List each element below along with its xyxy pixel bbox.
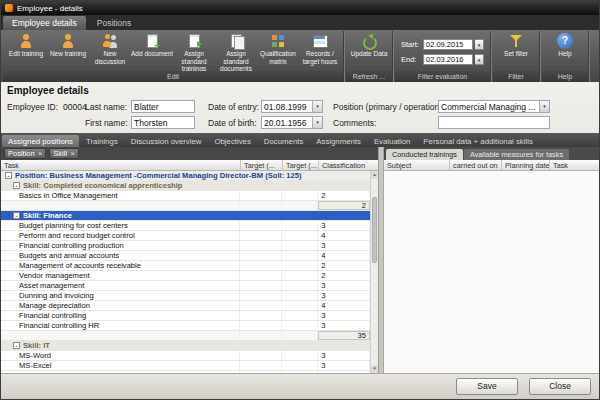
sum-value: 35 (318, 331, 370, 340)
close-button[interactable]: Close (529, 378, 591, 395)
vertical-scrollbar[interactable]: ▲ ▼ (370, 171, 378, 373)
tab-objectives[interactable]: Objectives (208, 135, 256, 147)
ribbon-tab-employee-details[interactable]: Employee details (3, 16, 86, 30)
employee-id-value: 00004 (63, 102, 87, 112)
collapse-icon[interactable]: - (13, 212, 20, 219)
task-row[interactable]: Perform and record budget control4 (1, 231, 370, 241)
chevron-down-icon[interactable]: ▾ (475, 39, 484, 50)
ribbon-button-new-discussion[interactable]: New discussion (89, 32, 131, 71)
target1-cell (240, 231, 282, 240)
tab-available-measures-for-tasks[interactable]: Available measures for tasks (464, 149, 569, 160)
group-row-skill-completed-economical-apprenticeshi[interactable]: -Skill: Completed economical apprentices… (1, 181, 370, 191)
sum-spacer (282, 331, 318, 340)
people-icon (102, 33, 118, 49)
scrollbar-thumb[interactable] (372, 197, 377, 263)
scroll-down-icon[interactable]: ▼ (371, 365, 378, 373)
sum-spacer (1, 201, 240, 210)
ribbon: Edit trainingNew trainingNew discussionA… (1, 30, 599, 82)
column-header-classification-3[interactable]: Classification (319, 160, 371, 170)
ribbon-button-edit-training[interactable]: Edit training (5, 32, 47, 71)
task-row[interactable]: Asset management3 (1, 281, 370, 291)
tab-trainings[interactable]: Trainings (80, 135, 124, 147)
ribbon-button-new-training[interactable]: New training (47, 32, 89, 71)
tab-documents[interactable]: Documents (258, 135, 309, 147)
ribbon-button-help[interactable]: Help (544, 32, 586, 71)
collapse-icon[interactable]: - (13, 342, 20, 349)
ribbon-button-assign-standard-trainings[interactable]: Assign standard trainings (173, 32, 215, 71)
trainings-tab-strip: Conducted trainingsAvailable measures fo… (384, 147, 599, 160)
task-row[interactable]: Basics in Office Management2 (1, 191, 370, 201)
task-row[interactable]: Dunning and invoicing3 (1, 291, 370, 301)
group-chip-position[interactable]: Position× (4, 148, 46, 159)
date-of-birth-field[interactable]: 20.01.1956 ▾ (261, 116, 323, 129)
column-header-target-2[interactable]: Target (... (283, 160, 319, 170)
task-row[interactable]: MS-Word3 (1, 351, 370, 361)
column-header-target-1[interactable]: Target (... (241, 160, 283, 170)
task-row[interactable]: Management of accounts receivable2 (1, 261, 370, 271)
target2-cell (282, 191, 318, 200)
comments-field[interactable] (438, 116, 550, 129)
last-name-field[interactable]: Blatter (131, 100, 195, 113)
task-row[interactable]: MS-Excel3 (1, 361, 370, 371)
scrollbar-track[interactable] (371, 179, 378, 365)
tab-personal-data-additional-skills[interactable]: Personal data + additional skills (417, 135, 538, 147)
first-name-field[interactable]: Thorsten (131, 116, 195, 129)
refresh-icon (361, 33, 377, 49)
task-row[interactable]: Vendor management2 (1, 271, 370, 281)
tab-assigned-positions[interactable]: Assigned positions (2, 135, 79, 147)
last-name-label: Last name: (85, 102, 127, 112)
scroll-up-icon[interactable]: ▲ (371, 171, 378, 179)
column-header-task-0[interactable]: Task (1, 160, 241, 170)
column-header-planning-date[interactable]: Planning date (502, 160, 550, 170)
task-row[interactable]: Financial controlling HR3 (1, 321, 370, 331)
chevron-down-icon[interactable]: ▾ (475, 54, 484, 65)
group-row-skill-it[interactable]: -Skill: IT (1, 341, 370, 351)
collapse-icon[interactable]: - (5, 172, 12, 179)
save-button[interactable]: Save (456, 378, 518, 395)
task-row[interactable]: Budget planning for cost centers3 (1, 221, 370, 231)
collapse-icon[interactable]: - (13, 182, 20, 189)
task-row[interactable]: Financial controlling3 (1, 311, 370, 321)
task-row[interactable]: Financial controlling production3 (1, 241, 370, 251)
task-row[interactable]: Budgets and annual accounts4 (1, 251, 370, 261)
ribbon-group-label: Refresh ... (346, 71, 392, 82)
group-chip-skill[interactable]: Skill× (49, 148, 78, 159)
position-combobox[interactable]: Commercial Managing ... ▾ (438, 100, 550, 113)
ribbon-button-add-document[interactable]: Add document (131, 32, 173, 71)
tab-conducted-trainings[interactable]: Conducted trainings (386, 149, 463, 160)
first-name-label: First name: (85, 118, 128, 128)
tab-discussion-overview[interactable]: Discussion overview (125, 135, 208, 147)
position-value: Commercial Managing ... (439, 102, 539, 112)
trainings-grid-header: Subjectcarried out onPlanning dateTask (384, 160, 599, 171)
date-input-end[interactable]: 02.03.2016 (423, 54, 473, 65)
chevron-down-icon[interactable]: ▾ (312, 101, 322, 112)
task-row[interactable]: Manage depreciation4 (1, 301, 370, 311)
tab-assignments[interactable]: Assignments (310, 135, 367, 147)
close-icon[interactable]: × (70, 149, 75, 158)
ribbon-button-set-filter[interactable]: Set filter (495, 32, 537, 71)
date-of-entry-field[interactable]: 01.08.1999 ▾ (261, 100, 323, 113)
window-titlebar[interactable]: Employee - details (1, 1, 599, 15)
target1-cell (240, 221, 282, 230)
task-cell: Vendor management (1, 271, 240, 280)
chevron-down-icon[interactable]: ▾ (539, 101, 549, 112)
ribbon-button-assign-standard-documents[interactable]: Assign standard documents (215, 32, 257, 71)
page-title: Employee details (1, 82, 599, 97)
close-icon[interactable]: × (38, 149, 43, 158)
ribbon-button-qualification-matrix[interactable]: Qualification matrix (257, 32, 299, 71)
ribbon-button-update-data[interactable]: Update Data (348, 32, 390, 71)
date-input-start[interactable]: 02.09.2015 (423, 39, 473, 50)
ribbon-group-filter-evaluation: Start:02.09.2015▾End:02.03.2016▾Filter e… (395, 31, 491, 82)
column-header-subject[interactable]: Subject (384, 160, 450, 170)
tab-evaluation[interactable]: Evaluation (368, 135, 416, 147)
column-header-carried-out-on[interactable]: carried out on (450, 160, 502, 170)
task-cell: Budgets and annual accounts (1, 251, 240, 260)
ribbon-tab-positions[interactable]: Positions (88, 16, 141, 30)
ribbon-button-records-target-hours[interactable]: Records / target hours (299, 32, 341, 71)
column-header-task[interactable]: Task (550, 160, 599, 170)
task-cell: MS-Word (1, 351, 240, 360)
group-row-position-business-management-commercial-[interactable]: -Position: Business Management -Commerci… (1, 171, 370, 181)
assign-trainings-icon (186, 33, 202, 49)
group-row-skill-finance[interactable]: -Skill: Finance (1, 211, 370, 221)
chevron-down-icon[interactable]: ▾ (312, 117, 322, 128)
